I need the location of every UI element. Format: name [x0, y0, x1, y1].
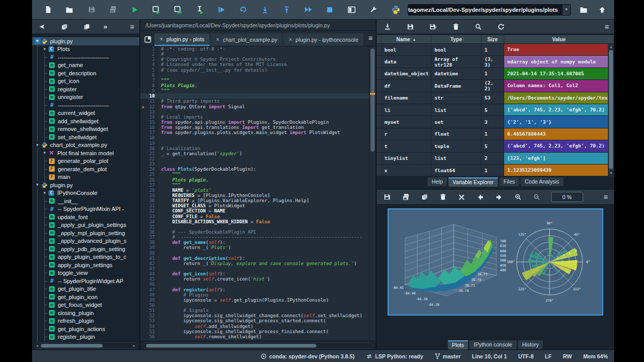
- variable-row-myset[interactable]: mysetset3{'2', '1', '3'}: [377, 116, 614, 128]
- browse-tabs-button[interactable]: [144, 36, 151, 43]
- outline-item-plots[interactable]: ▼CPlots: [32, 45, 139, 54]
- path-dropdown-button[interactable]: ▼: [562, 4, 571, 15]
- variable-row-t[interactable]: ttuple5('abcd', 745, 2.23, 'efgh', 70.2): [377, 140, 614, 152]
- variable-row-filename[interactable]: filenamestr53/Users/Documents/spyder/spy…: [377, 92, 614, 104]
- outline-item-update_font[interactable]: mupdate_font: [32, 213, 139, 221]
- code-editor[interactable]: 1# -*- coding: utf-8 -*-2#3# Copyright ©…: [140, 46, 376, 340]
- tools-button[interactable]: [367, 4, 379, 15]
- collapse-all-button[interactable]: [82, 21, 92, 32]
- save-button[interactable]: [86, 4, 97, 15]
- tab-plots[interactable]: Plots: [448, 340, 468, 350]
- status-utf-8[interactable]: UTF-8: [518, 353, 534, 359]
- editor-tab-plugin-py-plots[interactable]: ✕plugin.py - plots: [154, 34, 210, 46]
- save-plot-button[interactable]: [383, 191, 391, 203]
- status-line[interactable]: Line 10, Col 1: [472, 353, 507, 359]
- outline-item-plugin-py[interactable]: ▼plugin.py: [32, 181, 139, 189]
- import-data-button[interactable]: [382, 21, 393, 32]
- outline-item-get_plugin_title[interactable]: mget_plugin_title: [32, 285, 139, 293]
- status-rw[interactable]: RW: [563, 353, 572, 359]
- status-lf[interactable]: LF: [545, 353, 552, 359]
- remove-variable-button[interactable]: [450, 21, 461, 32]
- close-tab-icon[interactable]: ✕: [216, 37, 220, 42]
- outline-item-__init__[interactable]: m__init__: [32, 197, 139, 205]
- search-button[interactable]: [473, 21, 484, 32]
- outline-item-toggle_view[interactable]: mtoggle_view: [32, 269, 139, 277]
- tab-history[interactable]: History: [518, 340, 543, 349]
- remove-all-plots-button[interactable]: [458, 191, 466, 203]
- outline-item-_apply_advanced_plugin_s[interactable]: m_apply_advanced_plugin_s: [32, 237, 139, 245]
- outline-item-remove_shellwidget[interactable]: mremove_shellwidget: [32, 125, 139, 134]
- refresh-button[interactable]: [495, 21, 507, 32]
- go-to-cursor-button[interactable]: [37, 21, 48, 32]
- tab-code-analysis[interactable]: Code Analysis: [521, 177, 564, 186]
- status-lsp[interactable]: LSP Python: ready: [366, 353, 423, 359]
- outline-item-chart_plot_example-py[interactable]: ▼chart_plot_example.py: [32, 141, 139, 150]
- outline-item-register[interactable]: mregister: [32, 85, 139, 93]
- outline-item-plot-final-terrain-model[interactable]: ▼✕Plot final terrain model: [32, 149, 139, 157]
- status-mem[interactable]: Mem 64%: [583, 353, 608, 359]
- maximize-pane-button[interactable]: [346, 4, 357, 15]
- editor-vscrollbar[interactable]: [369, 46, 376, 340]
- table-vscrollbar[interactable]: ▲ ▼: [608, 44, 614, 176]
- debug-button[interactable]: [216, 4, 227, 15]
- go-up-button[interactable]: [597, 4, 608, 15]
- previous-plot-button[interactable]: [476, 191, 485, 203]
- new-file-button[interactable]: [42, 4, 54, 15]
- column-header-name[interactable]: Name▲: [381, 35, 431, 43]
- expand-all-button[interactable]: [59, 21, 70, 32]
- outline-item-generate_polar_plot[interactable]: Fgenerate_polar_plot: [32, 157, 139, 166]
- outline-item-get_description[interactable]: mget_description: [32, 69, 139, 77]
- tab-ipython-console[interactable]: IPython console: [470, 340, 517, 349]
- open-file-button[interactable]: [64, 4, 75, 15]
- working-directory-input[interactable]: ianitagomez/Local/Dev-Spyder/spyder/spyd…: [408, 4, 562, 15]
- variable-row-x[interactable]: xfloat6411.1235123099439: [377, 164, 614, 176]
- outline-item-_apply_pdb_plugin_setting[interactable]: m_apply_pdb_plugin_setting: [32, 245, 139, 253]
- editor-tab-plugin-py-ipythonconsole[interactable]: ✕plugin.py - ipythonconsole: [283, 34, 363, 46]
- outline-item-get_focus_widget[interactable]: mget_focus_widget: [32, 301, 139, 309]
- tab-help[interactable]: Help: [427, 177, 447, 186]
- tab-variable-explorer[interactable]: Variable Explorer: [448, 177, 498, 187]
- variable-row-r[interactable]: rfloat16.46567886443: [377, 128, 614, 140]
- plot-figure[interactable]: 70065060055050045040036.7336.7236.7136.7…: [388, 208, 603, 316]
- outline-item-apply_plugin_settings[interactable]: mapply_plugin_settings: [32, 261, 139, 269]
- run-cell-button[interactable]: [151, 4, 162, 15]
- run-cell-advance-button[interactable]: [172, 4, 184, 15]
- step-into-button[interactable]: [259, 4, 270, 15]
- zoom-in-button[interactable]: [513, 191, 522, 203]
- variable-row-bool[interactable]: boolbool1True: [377, 44, 614, 56]
- variable-row-datetime_object[interactable]: datetime_objectdatetime12021-04-14 17:35…: [377, 68, 614, 80]
- run-button[interactable]: [129, 4, 140, 15]
- outline-item--[interactable]: #---------------------------: [32, 101, 139, 109]
- outline-item-unregister[interactable]: munregister: [32, 93, 139, 102]
- outline-item-register_plugin[interactable]: mregister_plugin: [32, 333, 139, 341]
- run-selection-button[interactable]: [194, 4, 205, 15]
- status-conda[interactable]: conda: spyder-dev (Python 3.8.5): [261, 353, 355, 359]
- outline-item-ipythonconsole[interactable]: ▼CIPythonConsole: [32, 189, 139, 198]
- table-header[interactable]: Name▲TypeSizeValue: [377, 35, 614, 44]
- editor-hscrollbar[interactable]: [142, 342, 374, 349]
- outline-item-get_icon[interactable]: mget_icon: [32, 77, 139, 86]
- copy-plot-button[interactable]: [420, 191, 428, 203]
- variable-row-tinylist[interactable]: tinylistlist2[123, 'efgh']: [377, 153, 614, 164]
- outline-item--spyderpluginmixin-api-[interactable]: #-- SpyderPluginMixin API -: [32, 205, 139, 213]
- close-tab-icon[interactable]: ✕: [159, 37, 164, 42]
- variable-row-df[interactable]: dfDataFrame(2, 2)Column names: Col1, Col…: [377, 80, 614, 92]
- next-plot-button[interactable]: [495, 191, 503, 203]
- outline-hscrollbar[interactable]: ◂ ▸: [34, 342, 137, 349]
- zoom-out-button[interactable]: [533, 191, 541, 203]
- close-tab-icon[interactable]: ✕: [288, 37, 293, 42]
- remove-plot-button[interactable]: [439, 191, 447, 203]
- menu-icon[interactable]: ≡: [605, 23, 609, 30]
- browse-directory-button[interactable]: [578, 4, 589, 15]
- variable-row-li[interactable]: lilist5['abcd', 745, 2.23, 'efgh', 70.2]: [377, 104, 614, 116]
- outline-item-_apply_mpl_plugin_setting[interactable]: m_apply_mpl_plugin_setting: [32, 229, 139, 237]
- column-header-value[interactable]: Value: [504, 35, 614, 43]
- outline-item-closing_plugin[interactable]: mclosing_plugin: [32, 309, 139, 317]
- menu-icon[interactable]: ≡: [604, 193, 608, 201]
- outline-item-plugin-py[interactable]: ▼plugin.py: [32, 37, 139, 45]
- variable-row-data[interactable]: dataArray of str128(3, 3)ndarray object …: [377, 56, 614, 68]
- editor-tab-chart-plot-example-py[interactable]: ✕chart_plot_example.py: [211, 34, 282, 46]
- step-out-button[interactable]: [281, 4, 292, 15]
- outline-item-generate_dem_plot[interactable]: Fgenerate_dem_plot: [32, 165, 139, 173]
- outline-item-get_plugin_actions[interactable]: mget_plugin_actions: [32, 325, 139, 333]
